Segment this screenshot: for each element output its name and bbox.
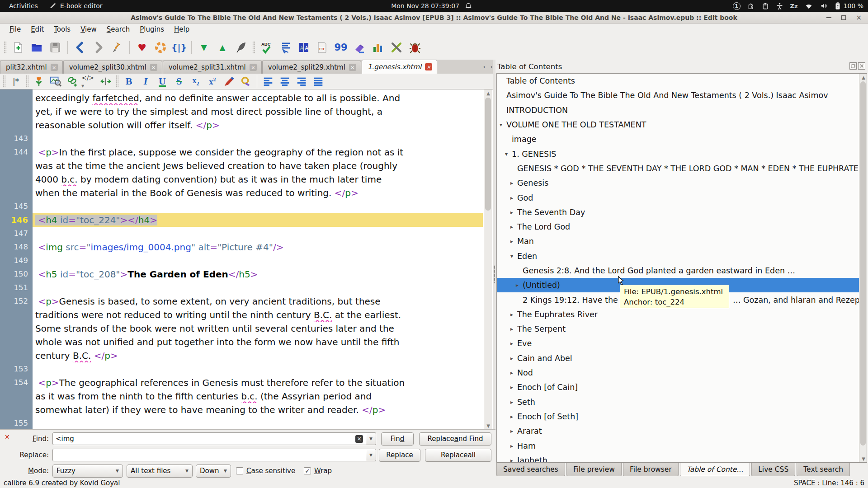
expand-icon[interactable]: ▸ — [516, 282, 523, 288]
menu-item-search[interactable]: Search — [102, 25, 135, 33]
tab-close-icon[interactable]: × — [51, 64, 58, 71]
toc-item-the-lord-god[interactable]: ▸The Lord God — [497, 220, 867, 234]
new-file-button[interactable] — [10, 39, 26, 56]
find-history-dropdown[interactable]: ▼ — [366, 432, 376, 445]
clear-find-icon[interactable]: × — [355, 435, 363, 443]
clock-menu[interactable]: Mon Nov 28 07:39:07 — [391, 2, 472, 9]
toolbar-drag-handle[interactable] — [3, 75, 6, 88]
toc-item-ararat[interactable]: ▸Ararat — [497, 424, 867, 438]
code-line-143[interactable]: 143 — [0, 132, 483, 145]
toc-item-the-serpent[interactable]: ▸The Serpent — [497, 322, 867, 336]
expand-icon[interactable]: ▸ — [510, 209, 517, 216]
file-tab-1-genesis-xhtml[interactable]: 1.genesis.xhtml× — [362, 60, 437, 74]
editor-vertical-scrollbar[interactable]: ▲ ▼ — [484, 89, 492, 429]
expand-icon[interactable]: ▸ — [510, 326, 517, 332]
code-line-151[interactable]: 151 — [0, 281, 483, 295]
spell-check-button[interactable]: ABC — [259, 39, 275, 56]
reports-button[interactable] — [370, 39, 386, 56]
toc-item-god[interactable]: ▸God — [497, 190, 867, 205]
toc-item-ham[interactable]: ▸Ham — [497, 438, 867, 453]
expand-icon[interactable]: ▸ — [510, 238, 517, 244]
wrap-checkbox[interactable]: ✓ Wrap — [304, 467, 332, 475]
dock-tab-text-search[interactable]: Text search — [797, 463, 850, 476]
toc-item-eve[interactable]: ▸Eve — [497, 336, 867, 351]
toc-item-1-genesis[interactable]: ▾1. GENESIS — [497, 146, 867, 161]
code-line-wrap[interactable]: was at the time the ancient Jews believe… — [0, 159, 483, 173]
toc-item-asimov-s-guide-to-the-bible-th[interactable]: Asimov's Guide To The Bible The Old And … — [497, 88, 867, 103]
replace-all-button[interactable]: Replace all — [425, 449, 491, 462]
code-line-wrap[interactable]: reasonable solution will offer itself. <… — [0, 118, 483, 132]
back-button[interactable] — [72, 39, 88, 56]
toc-item-table-of-contents[interactable]: Table of Contents — [497, 74, 867, 88]
subscript-button[interactable]: x2 — [188, 75, 203, 88]
toc-scroll-down-icon[interactable]: ▼ — [859, 455, 867, 462]
minimize-button[interactable] — [826, 17, 831, 18]
toc-scrollbar-thumb[interactable] — [860, 81, 866, 446]
expand-icon[interactable]: ▸ — [510, 195, 517, 201]
dock-tab-file-browser[interactable]: File browser — [623, 463, 679, 476]
menu-item-file[interactable]: File — [5, 25, 26, 33]
toc-item-the-euphrates-river[interactable]: ▸The Euphrates River — [497, 307, 867, 322]
toolbar-drag-handle[interactable] — [116, 75, 119, 88]
replace-and-find-button[interactable]: Replace and Find — [419, 432, 491, 446]
toolbar-drag-handle[interactable] — [252, 41, 255, 54]
maximize-button[interactable] — [841, 15, 846, 20]
scroll-up-icon[interactable]: ▲ — [484, 89, 492, 97]
toc-item-volume-one-the-old-testament[interactable]: ▾VOLUME ONE THE OLD TESTAMENT — [497, 117, 867, 132]
scroll-down-icon[interactable]: ▼ — [484, 422, 492, 429]
toc-item-man[interactable]: ▸Man — [497, 234, 867, 249]
bold-button[interactable]: B — [121, 75, 137, 88]
file-tab-volume2-split31-xhtml[interactable]: volume2_split31.xhtml× — [163, 61, 262, 74]
insert-image-button[interactable] — [31, 75, 47, 88]
expand-icon[interactable]: ▸ — [510, 370, 517, 376]
save-button[interactable] — [47, 39, 63, 56]
focused-app-menu[interactable]: E-book editor — [50, 2, 103, 10]
toc-item-genesis[interactable]: ▸Genesis — [497, 176, 867, 190]
code-line-150[interactable]: 150 <h5 id="toc_208">The Garden of Eden<… — [0, 267, 483, 281]
insert-special-button[interactable] — [277, 39, 293, 56]
find-previous-button[interactable]: ▲ — [214, 39, 231, 56]
code-line-wrap[interactable]: somewhat later) if they were to have mea… — [0, 403, 483, 417]
code-line-wrap[interactable]: exceedingly farfetched, and no definite … — [0, 91, 483, 105]
toc-scroll-up-icon[interactable]: ▲ — [859, 74, 867, 81]
file-tab-plit32-xhtml[interactable]: plit32.xhtml× — [0, 61, 63, 74]
open-file-button[interactable] — [28, 39, 45, 56]
expand-icon[interactable]: ▸ — [510, 399, 517, 405]
mode-select[interactable]: Fuzzy▼ — [52, 465, 123, 478]
strikethrough-button[interactable]: S — [171, 75, 187, 88]
manage-fonts-button[interactable]: AA — [296, 39, 312, 56]
subset-fonts-button[interactable]: TTF — [314, 39, 330, 56]
file-tab-volume2-split29-xhtml[interactable]: volume2_split29.xhtml× — [262, 61, 361, 74]
find-next-button[interactable]: ▼ — [196, 39, 212, 56]
find-button[interactable]: Find — [381, 432, 414, 446]
underline-button[interactable]: U — [155, 75, 170, 88]
expand-icon[interactable]: ▸ — [510, 224, 517, 230]
toc-item-the-seventh-day[interactable]: ▸The Seventh Day — [497, 205, 867, 220]
insert-link-button[interactable] — [65, 75, 80, 88]
text-color-button[interactable] — [222, 75, 237, 88]
replace-button[interactable]: Replace — [379, 449, 420, 462]
code-line-wrap[interactable]: 4000 b.c. by modem dating convention) bu… — [0, 173, 483, 186]
forward-button[interactable] — [90, 39, 107, 56]
case-sensitive-checkbox[interactable]: Case sensitive — [236, 467, 295, 475]
help-button[interactable] — [152, 39, 169, 56]
toc-item-nod[interactable]: ▸Nod — [497, 366, 867, 380]
toc-item-cain-and-abel[interactable]: ▸Cain and Abel — [497, 351, 867, 366]
tab-close-icon[interactable]: × — [425, 63, 432, 70]
collapse-icon[interactable]: ▾ — [510, 253, 517, 259]
find-input[interactable]: <img × — [52, 432, 366, 445]
align-left-button[interactable] — [260, 75, 276, 88]
expand-icon[interactable]: ▸ — [510, 457, 517, 463]
expand-icon[interactable]: ▸ — [510, 180, 517, 186]
code-line-wrap[interactable]: century B.C. </p> — [0, 349, 483, 362]
replace-input[interactable] — [52, 449, 366, 461]
system-tray[interactable]: 1 Zz 100 % — [733, 2, 863, 10]
expand-icon[interactable]: ▸ — [510, 355, 517, 361]
toc-item-japheth[interactable]: ▸Japheth — [497, 453, 867, 463]
scrollbar-thumb[interactable] — [485, 98, 491, 211]
splitter-handle[interactable] — [494, 265, 495, 283]
menu-item-edit[interactable]: Edit — [26, 25, 49, 33]
code-line-155[interactable]: 155 — [0, 417, 483, 429]
tab-close-icon[interactable]: × — [250, 64, 257, 71]
cursor-position-button[interactable]: |* — [8, 75, 24, 88]
